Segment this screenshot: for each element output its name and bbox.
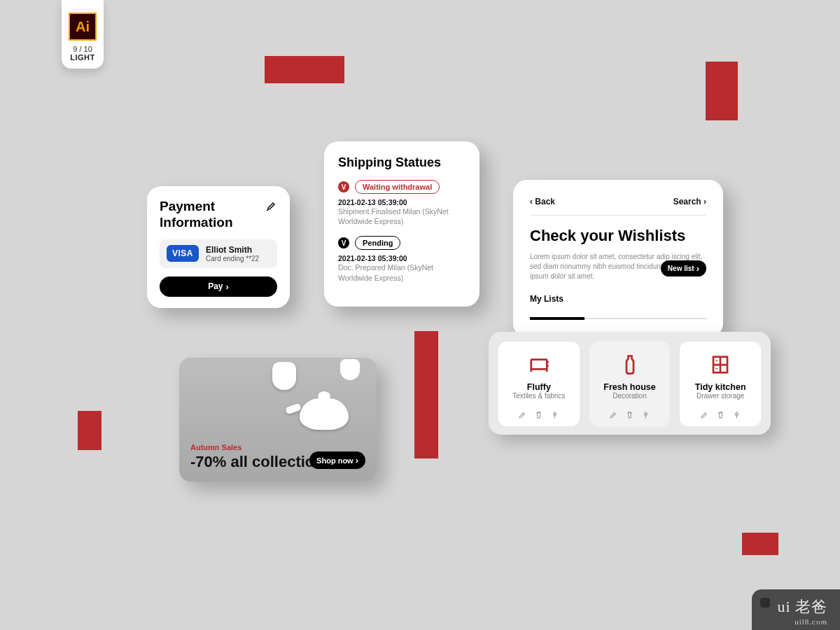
deco-block — [414, 331, 438, 458]
sofa-icon — [528, 354, 550, 375]
search-button[interactable]: Search › — [673, 197, 706, 206]
wishlist-tile-name: Tidy kitchen — [685, 382, 755, 392]
shipping-step: V Waiting withdrawal 2021-02-13 05:39:00… — [338, 180, 465, 226]
shipping-desc: Shipment Finalised Milan (SkyNet Worldwi… — [338, 206, 465, 226]
pay-button-label: Pay — [208, 281, 223, 291]
edit-icon[interactable] — [518, 410, 527, 419]
check-icon: V — [338, 181, 349, 192]
deco-block — [742, 533, 778, 555]
shipping-date: 2021-02-13 05:39:00 — [338, 254, 465, 262]
promo-tag: Autumn Sales — [190, 443, 365, 451]
card-ending: Card ending **22 — [206, 255, 259, 262]
watermark-icon — [760, 598, 770, 608]
wishlist-tiles-panel: Fluffy Textiles & fabrics Fresh house De… — [489, 332, 771, 435]
trash-icon[interactable] — [534, 410, 543, 419]
badge-mode: LIGHT — [66, 53, 99, 62]
watermark-title: ui 老爸 — [777, 596, 827, 617]
wishlist-tile-cat: Textiles & fabrics — [504, 392, 574, 400]
shop-now-label: Shop now — [316, 456, 354, 465]
product-image — [272, 362, 296, 390]
wishlist-tile-cat: Drawer storage — [685, 392, 755, 400]
shipping-status-pill: Waiting withdrawal — [355, 180, 440, 194]
payment-title: Payment Information — [160, 199, 277, 231]
product-image — [340, 359, 360, 380]
back-label: Back — [535, 197, 555, 206]
trash-icon[interactable] — [625, 410, 634, 419]
new-list-button[interactable]: New list — [661, 260, 706, 276]
pin-icon[interactable] — [732, 410, 741, 419]
edit-icon[interactable] — [609, 410, 618, 419]
bottle-icon — [620, 354, 640, 375]
wishlist-tile[interactable]: Fresh house Decoration — [589, 342, 671, 426]
payment-method-row[interactable]: VISA Elliot Smith Card ending **22 — [160, 239, 277, 268]
shipping-date: 2021-02-13 05:39:00 — [338, 198, 465, 206]
pin-icon[interactable] — [641, 410, 650, 419]
svg-rect-0 — [531, 360, 547, 370]
deco-block — [265, 56, 344, 83]
wishlist-tile-name: Fresh house — [595, 382, 665, 392]
format-badge: Ai 9 / 10 LIGHT — [62, 0, 104, 69]
trash-icon[interactable] — [716, 410, 725, 419]
wishlist-tile-cat: Decoration — [595, 392, 665, 400]
wishlist-tile[interactable]: Tidy kitchen Drawer storage — [680, 342, 761, 426]
promo-card[interactable]: Autumn Sales -70% all collection Shop no… — [179, 358, 377, 482]
shop-now-button[interactable]: Shop now — [309, 451, 365, 469]
wishlist-subheading: My Lists — [530, 294, 706, 304]
pay-button[interactable]: Pay — [160, 276, 277, 297]
wishlist-title: Check your Wishlists — [530, 227, 706, 245]
horizontal-scrollbar[interactable] — [530, 318, 706, 319]
divider — [530, 215, 706, 216]
payment-card: Payment Information VISA Elliot Smith Ca… — [147, 186, 290, 308]
shipping-desc: Doc. Prepared Milan (SkyNet Worldwide Ex… — [338, 262, 465, 282]
wishlist-card: ‹ Back Search › Check your Wishlists New… — [513, 180, 723, 337]
back-button[interactable]: ‹ Back — [530, 197, 555, 206]
card-holder: Elliot Smith — [206, 245, 259, 255]
new-list-label: New list — [668, 265, 694, 272]
edit-icon[interactable] — [266, 200, 277, 211]
search-label: Search — [673, 197, 701, 206]
deco-block — [706, 62, 738, 120]
shipping-status-pill: Pending — [355, 236, 400, 250]
cabinet-icon — [710, 354, 731, 375]
wishlist-tile[interactable]: Fluffy Textiles & fabrics — [498, 342, 580, 426]
shipping-title: Shipping Statues — [338, 155, 465, 170]
watermark-url: uil8.com — [777, 617, 827, 626]
ai-app-icon: Ai — [69, 13, 97, 41]
pin-icon[interactable] — [550, 410, 559, 419]
check-icon: V — [338, 237, 349, 248]
deco-block — [78, 411, 102, 450]
shipping-step: V Pending 2021-02-13 05:39:00 Doc. Prepa… — [338, 236, 465, 282]
product-image — [300, 398, 349, 430]
wishlist-tile-name: Fluffy — [504, 382, 574, 392]
visa-logo: VISA — [167, 245, 199, 262]
site-watermark: ui 老爸 uil8.com — [752, 589, 840, 630]
shipping-card: Shipping Statues V Waiting withdrawal 20… — [324, 141, 479, 307]
badge-count: 9 / 10 — [66, 45, 99, 53]
edit-icon[interactable] — [700, 410, 709, 419]
